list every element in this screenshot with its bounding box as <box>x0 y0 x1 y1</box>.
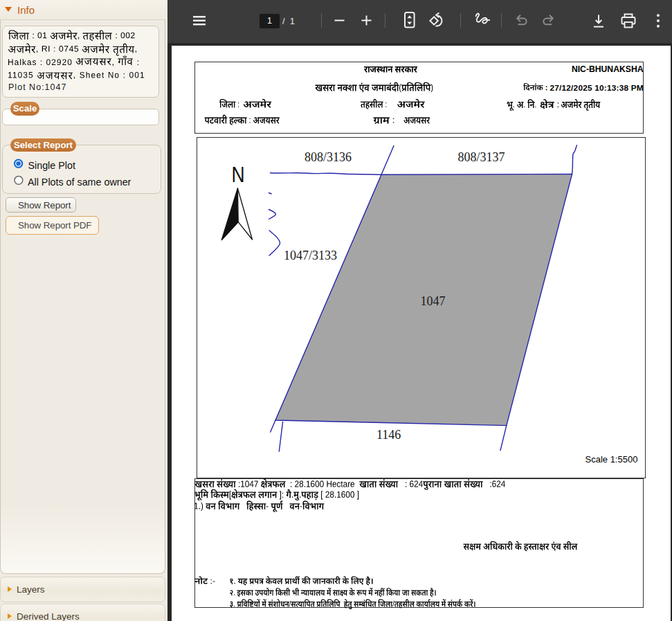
svg-text:N: N <box>232 163 245 187</box>
svg-text:1047: 1047 <box>421 294 446 308</box>
svg-text:808/3136: 808/3136 <box>305 150 352 164</box>
svg-text:1146: 1146 <box>376 428 401 442</box>
svg-text:808/3137: 808/3137 <box>458 150 505 164</box>
svg-text:1047/3133: 1047/3133 <box>284 249 337 262</box>
